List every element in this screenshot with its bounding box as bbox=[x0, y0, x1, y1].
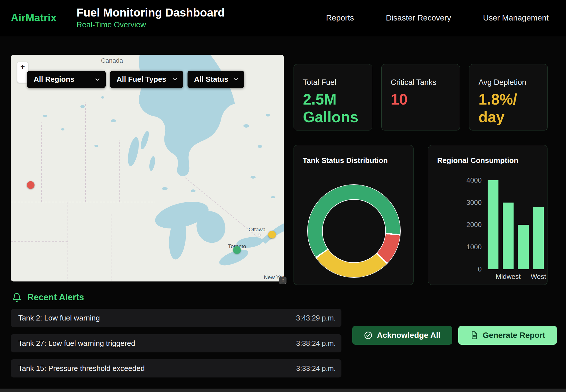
alert-timestamp: 3:43:29 p.m. bbox=[296, 314, 336, 322]
tank-status-distribution-card: Tank Status Distribution bbox=[294, 145, 414, 285]
bar bbox=[503, 203, 514, 269]
fuel-monitoring-dashboard: AirMatrix Fuel Monitoring Dashboard Real… bbox=[0, 0, 566, 392]
bar-column: Midwest bbox=[503, 180, 514, 269]
donut-chart-wrap bbox=[308, 185, 400, 277]
title-block: Fuel Monitoring Dashboard Real-Time Over… bbox=[76, 7, 225, 29]
page-subtitle: Real-Time Overview bbox=[76, 21, 225, 29]
region-filter-dropdown[interactable]: All Regions bbox=[27, 71, 106, 88]
y-tick-label: 2000 bbox=[467, 221, 482, 229]
chevron-down-icon bbox=[233, 76, 239, 83]
acknowledge-all-label: Acknowledge All bbox=[377, 331, 440, 340]
chevron-down-icon bbox=[172, 76, 178, 83]
stat-label: Total Fuel bbox=[303, 78, 363, 87]
tank-marker-warning-icon[interactable] bbox=[268, 231, 276, 238]
y-tick-label: 1000 bbox=[467, 243, 482, 251]
top-bar: AirMatrix Fuel Monitoring Dashboard Real… bbox=[0, 0, 566, 36]
map-filter-bar: All Regions All Fuel Types All Status bbox=[27, 71, 244, 88]
nav-item-user-management[interactable]: User Management bbox=[483, 13, 549, 23]
chevron-down-icon bbox=[94, 76, 101, 83]
chart-title: Regional Consumption bbox=[437, 156, 518, 165]
nav-item-reports[interactable]: Reports bbox=[326, 13, 354, 23]
alert-timestamp: 3:38:24 p.m. bbox=[296, 339, 336, 348]
alert-timestamp: 3:33:24 p.m. bbox=[296, 364, 336, 373]
status-filter-dropdown[interactable]: All Status bbox=[188, 71, 244, 88]
stat-label: Avg Depletion bbox=[479, 78, 539, 87]
nav-item-disaster-recovery[interactable]: Disaster Recovery bbox=[386, 13, 451, 23]
stat-value-line: Gallons bbox=[303, 108, 363, 126]
bar-chart[interactable]: 01000200030004000 MidwestWest bbox=[439, 180, 544, 269]
stat-card-critical-tanks: Critical Tanks 10 bbox=[381, 64, 460, 130]
map-resize-handle-icon[interactable]: ⣿ bbox=[279, 277, 286, 284]
fuel-tanks-map[interactable]: Canada Ottawa Toronto New York + All Reg… bbox=[11, 55, 284, 281]
main-nav: Reports Disaster Recovery User Managemen… bbox=[326, 13, 549, 23]
alerts-header: Recent Alerts bbox=[12, 292, 84, 303]
generate-report-button[interactable]: Generate Report bbox=[458, 326, 557, 345]
y-tick-label: 3000 bbox=[467, 199, 482, 207]
map-label-ottawa: Ottawa bbox=[249, 226, 266, 232]
alert-row[interactable]: Tank 27: Low fuel warning triggered 3:38… bbox=[11, 334, 341, 352]
bar-column bbox=[518, 180, 529, 269]
stat-value-line: 10 bbox=[391, 91, 451, 108]
bar-column: West bbox=[533, 180, 544, 269]
fuel-type-filter-dropdown[interactable]: All Fuel Types bbox=[110, 71, 183, 88]
fuel-type-filter-value: All Fuel Types bbox=[117, 75, 166, 84]
alert-row[interactable]: Tank 2: Low fuel warning 3:43:29 p.m. bbox=[11, 309, 341, 327]
alerts-title: Recent Alerts bbox=[27, 292, 84, 303]
regional-consumption-card: Regional Consumption 01000200030004000 M… bbox=[428, 145, 547, 285]
check-circle-icon bbox=[364, 331, 372, 340]
stat-value: 10 bbox=[391, 91, 451, 108]
bar bbox=[518, 225, 529, 269]
map-zoom-control: + bbox=[17, 62, 28, 83]
stat-card-total-fuel: Total Fuel 2.5M Gallons bbox=[294, 64, 372, 130]
bell-icon bbox=[12, 293, 22, 302]
map-label-canada: Canada bbox=[101, 57, 123, 64]
map-canvas[interactable]: Canada Ottawa Toronto New York bbox=[11, 55, 284, 281]
alert-text: Tank 2: Low fuel warning bbox=[18, 314, 100, 322]
bar-column bbox=[488, 180, 498, 269]
donut-hole bbox=[322, 199, 386, 263]
x-tick-label: Midwest bbox=[496, 273, 521, 281]
bar bbox=[488, 180, 498, 269]
document-icon bbox=[470, 331, 479, 340]
region-filter-value: All Regions bbox=[34, 75, 74, 84]
acknowledge-all-button[interactable]: Acknowledge All bbox=[352, 326, 452, 345]
tank-marker-critical-icon[interactable] bbox=[27, 181, 34, 189]
chart-title: Tank Status Distribution bbox=[303, 156, 388, 165]
brand-logo[interactable]: AirMatrix bbox=[11, 12, 56, 24]
status-filter-value: All Status bbox=[194, 75, 228, 84]
y-tick-label: 4000 bbox=[467, 176, 482, 184]
stat-value-line: 2.5M bbox=[303, 91, 363, 108]
alert-text: Tank 15: Pressure threshold exceeded bbox=[18, 364, 145, 373]
bottom-panel-edge bbox=[0, 389, 566, 392]
x-tick-label: West bbox=[531, 273, 546, 281]
generate-report-label: Generate Report bbox=[483, 331, 545, 340]
stat-value-line: day bbox=[479, 108, 539, 126]
zoom-in-button[interactable]: + bbox=[17, 62, 28, 72]
bar-y-axis: 01000200030004000 bbox=[439, 180, 482, 269]
stat-value: 2.5M Gallons bbox=[303, 91, 363, 126]
bar bbox=[533, 207, 544, 269]
zoom-out-button[interactable] bbox=[17, 72, 28, 83]
tank-marker-normal-icon[interactable] bbox=[233, 246, 241, 254]
page-title: Fuel Monitoring Dashboard bbox=[76, 7, 225, 19]
alert-text: Tank 27: Low fuel warning triggered bbox=[18, 339, 135, 348]
alert-row[interactable]: Tank 15: Pressure threshold exceeded 3:3… bbox=[11, 359, 341, 377]
y-tick-label: 0 bbox=[478, 265, 482, 273]
stat-card-avg-depletion: Avg Depletion 1.8%/ day bbox=[469, 64, 548, 130]
stat-label: Critical Tanks bbox=[391, 78, 451, 87]
stat-value-line: 1.8%/ bbox=[479, 91, 539, 108]
ottawa-town-dot bbox=[258, 234, 260, 236]
stat-value: 1.8%/ day bbox=[479, 91, 539, 126]
bar-plot: MidwestWest bbox=[488, 180, 544, 269]
map-viewport[interactable]: Canada Ottawa Toronto New York + All Reg… bbox=[11, 55, 284, 281]
